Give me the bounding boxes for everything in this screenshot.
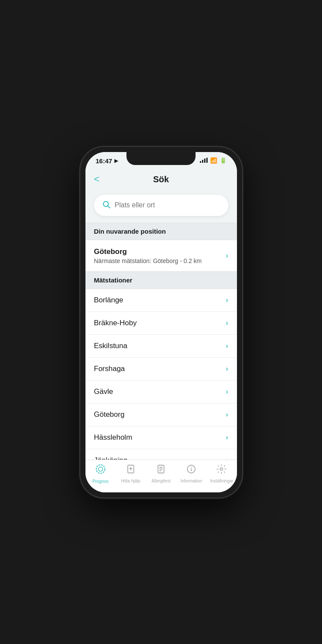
battery-icon: 🔋 (220, 157, 227, 164)
status-icons: 📶 🔋 (200, 157, 227, 164)
list-item-forshaga[interactable]: Forshaga › (85, 358, 237, 381)
chevron-icon: › (226, 296, 228, 304)
svg-point-3 (98, 467, 103, 471)
chevron-icon: › (226, 319, 228, 327)
list-item-goteborg-position[interactable]: Göteborg Närmaste mätstation: Göteborg -… (85, 240, 237, 272)
list-item-title: Göteborg (94, 247, 226, 257)
svg-line-1 (107, 206, 110, 208)
phone-screen: 16:47 ▶ 📶 🔋 < Sök (85, 152, 237, 492)
allergitest-icon (156, 464, 166, 477)
chevron-icon: › (226, 457, 228, 460)
content-area: Din nuvarande position Göteborg Närmaste… (85, 223, 237, 460)
list-item-eskilstuna[interactable]: Eskilstuna › (85, 335, 237, 358)
svg-point-14 (220, 468, 223, 470)
search-input[interactable] (115, 201, 221, 209)
section-header-matstationer-label: Mätstationer (94, 276, 133, 284)
tab-allergitest-label: Allergitest (152, 479, 170, 483)
phone-frame: 16:47 ▶ 📶 🔋 < Sök (80, 147, 242, 498)
svg-point-13 (191, 467, 192, 467)
search-icon (102, 200, 110, 211)
svg-point-2 (96, 465, 105, 473)
tab-bar: Prognos Hitta hjälp (85, 460, 237, 492)
information-icon (186, 464, 196, 477)
chevron-icon: › (226, 388, 228, 396)
back-button[interactable]: < (94, 174, 100, 185)
tab-hitta-hjalp-label: Hitta hjälp (121, 479, 140, 483)
list-item-subtitle: Närmaste mätstation: Göteborg - 0.2 km (94, 257, 226, 264)
chevron-icon: › (226, 252, 228, 260)
signal-icon (200, 158, 208, 163)
tab-prognos-label: Prognos (92, 479, 108, 484)
chevron-icon: › (226, 411, 228, 419)
tab-installningar[interactable]: Inställningar (206, 464, 237, 483)
nav-header: < Sök (85, 171, 237, 191)
list-item-hassleholm[interactable]: Hässleholm › (85, 426, 237, 449)
wifi-icon: 📶 (210, 157, 217, 164)
notch (126, 152, 196, 165)
status-time: 16:47 ▶ (96, 157, 118, 165)
list-item-content: Göteborg Närmaste mätstation: Göteborg -… (94, 247, 226, 264)
prognos-icon (95, 463, 106, 477)
tab-information[interactable]: Information (176, 464, 206, 483)
section-header-position-label: Din nuvarande position (94, 228, 166, 235)
search-box[interactable] (94, 195, 228, 216)
settings-icon (216, 464, 227, 477)
hitta-icon (126, 464, 136, 477)
search-area (85, 191, 237, 223)
tab-installningar-label: Inställningar (210, 479, 233, 483)
page-title: Sök (153, 174, 169, 184)
list-item-jonkoping[interactable]: Jönköping › (85, 449, 237, 460)
chevron-icon: › (226, 365, 228, 373)
tab-hitta-hjalp[interactable]: Hitta hjälp (116, 464, 146, 483)
chevron-icon: › (226, 434, 228, 441)
tab-information-label: Information (180, 479, 202, 483)
location-icon: ▶ (114, 158, 118, 164)
list-item-gavle[interactable]: Gävle › (85, 381, 237, 403)
tab-allergitest[interactable]: Allergitest (146, 464, 176, 483)
list-item-borlange[interactable]: Borlänge › (85, 289, 237, 312)
chevron-icon: › (226, 342, 228, 350)
list-item-brakne-hoby[interactable]: Bräkne-Hoby › (85, 312, 237, 335)
list-item-goteborg[interactable]: Göteborg › (85, 403, 237, 426)
section-header-matstationer: Mätstationer (85, 272, 237, 289)
tab-prognos[interactable]: Prognos (85, 463, 116, 484)
section-header-position: Din nuvarande position (85, 223, 237, 240)
